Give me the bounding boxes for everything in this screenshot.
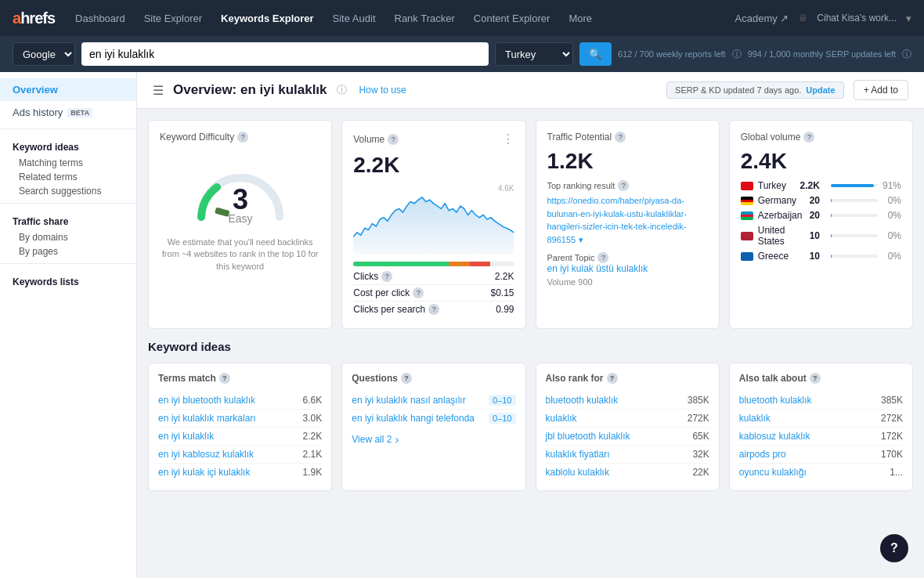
help-bubble[interactable]: ? bbox=[880, 534, 908, 562]
also-rank-link[interactable]: kablolu kulaklık bbox=[546, 467, 609, 478]
also-talk-about-col: Also talk about ? bluetooth kulaklık 385… bbox=[729, 363, 913, 491]
also-talk-link[interactable]: bluetooth kulaklık bbox=[739, 395, 812, 406]
vol-tip-icon: ? bbox=[388, 134, 399, 145]
also-talk-rows: bluetooth kulaklık 385K kulaklık 272K ka… bbox=[739, 392, 903, 481]
sidebar-item-ads-history-label: Ads history bbox=[13, 107, 63, 118]
country-pct: 0% bbox=[882, 195, 901, 206]
also-rank-link[interactable]: bluetooth kulaklık bbox=[546, 395, 619, 406]
also-rank-row: bluetooth kulaklık 385K bbox=[546, 392, 709, 410]
nav-content-explorer[interactable]: Content Explorer bbox=[466, 9, 558, 27]
add-to-button[interactable]: + Add to bbox=[854, 80, 908, 100]
country-select[interactable]: Turkey bbox=[495, 42, 573, 66]
volume-chart-svg bbox=[353, 184, 514, 255]
terms-match-header: Terms match ? bbox=[158, 373, 322, 384]
search-engine-select[interactable]: Google bbox=[13, 42, 75, 66]
nav-more[interactable]: More bbox=[561, 9, 600, 27]
parent-topic-link[interactable]: en iyi kulak üstü kulaklık bbox=[547, 263, 708, 274]
sidebar-item-ads-history[interactable]: Ads history BETA bbox=[0, 101, 136, 124]
metrics-grid: Keyword Difficulty ? 3 bbox=[137, 109, 924, 340]
kw-value: 6.6K bbox=[303, 395, 323, 406]
keyword-ideas-section: Keyword ideas Terms match ? en iyi bluet… bbox=[137, 340, 924, 502]
country-pct: 0% bbox=[882, 230, 901, 241]
also-rank-link[interactable]: jbl bluetooth kulaklık bbox=[546, 431, 630, 442]
expand-url-icon[interactable]: ▾ bbox=[579, 235, 583, 244]
also-talk-value: 170K bbox=[881, 449, 903, 460]
kw-link[interactable]: en iyi bluetooth kulaklık bbox=[158, 395, 255, 406]
kw-row: en iyi kulaklık markaları 3.0K bbox=[158, 410, 322, 428]
sidebar-item-related-terms[interactable]: Related terms bbox=[0, 170, 136, 184]
question-link[interactable]: en iyi kulaklık nasıl anlaşılır bbox=[352, 395, 465, 406]
country-flag bbox=[741, 182, 753, 190]
sidebar-divider-2 bbox=[0, 203, 136, 204]
kw-link[interactable]: en iyi kulak içi kulaklık bbox=[158, 467, 250, 478]
tp-tip-icon: ? bbox=[615, 132, 626, 143]
arf-tip: ? bbox=[607, 373, 618, 384]
serp-badge-text: SERP & KD updated 7 days ago. bbox=[675, 85, 801, 95]
nav-site-audit[interactable]: Site Audit bbox=[325, 9, 384, 27]
volume-progress-bar bbox=[353, 262, 514, 266]
range-badge: 0–10 bbox=[489, 395, 515, 406]
kw-link[interactable]: en iyi kablosuz kulaklık bbox=[158, 449, 254, 460]
update-button[interactable]: Update bbox=[806, 85, 835, 95]
nav-academy[interactable]: Academy ↗ bbox=[735, 13, 789, 24]
also-rank-row: kablolu kulaklık 22K bbox=[546, 464, 709, 481]
volume-more-icon[interactable]: ⋮ bbox=[502, 132, 514, 146]
how-to-use-link[interactable]: How to use bbox=[359, 85, 406, 96]
nav-keywords-explorer[interactable]: Keywords Explorer bbox=[213, 9, 322, 27]
sidebar-item-search-suggestions[interactable]: Search suggestions bbox=[0, 184, 136, 198]
nav-dashboard[interactable]: Dashboard bbox=[67, 9, 133, 27]
country-name: Turkey bbox=[758, 180, 796, 191]
country-bar-wrap bbox=[831, 214, 878, 217]
also-talk-link[interactable]: kablosuz kulaklık bbox=[739, 431, 810, 442]
ata-tip: ? bbox=[810, 373, 821, 384]
country-bar-wrap bbox=[831, 255, 878, 258]
also-rank-value: 385K bbox=[688, 395, 709, 406]
keyword-difficulty-card: Keyword Difficulty ? 3 bbox=[148, 120, 332, 329]
country-volume: 10 bbox=[810, 251, 820, 262]
cpc-value: $0.15 bbox=[490, 287, 514, 298]
cpc-row: Cost per click ? $0.15 bbox=[353, 284, 514, 301]
kw-value: 1.9K bbox=[303, 467, 323, 478]
also-rank-link[interactable]: kulaklık fiyatları bbox=[546, 449, 610, 460]
country-flag bbox=[741, 197, 753, 205]
view-all-arrow: › bbox=[395, 433, 399, 446]
top-ranking-url[interactable]: https://onedio.com/haber/piyasa-da-bulun… bbox=[547, 196, 688, 244]
nav-site-explorer[interactable]: Site Explorer bbox=[136, 9, 210, 27]
kw-link[interactable]: en iyi kulaklık bbox=[158, 431, 214, 442]
view-all-questions[interactable]: View all 2 › bbox=[352, 433, 515, 446]
also-talk-link[interactable]: kulaklık bbox=[739, 413, 771, 424]
also-talk-link[interactable]: oyuncu kulaklığı bbox=[739, 467, 807, 478]
gauge-svg: 3 Easy bbox=[186, 150, 295, 229]
nav-rank-tracker[interactable]: Rank Tracker bbox=[387, 9, 463, 27]
nav-user[interactable]: Cihat Kisa's work... bbox=[817, 13, 897, 23]
hamburger-icon[interactable]: ☰ bbox=[153, 83, 164, 98]
questions-col: Questions ? en iyi kulaklık nasıl anlaşı… bbox=[341, 363, 525, 491]
also-rank-for-col: Also rank for ? bluetooth kulaklık 385K … bbox=[536, 363, 720, 491]
sidebar-item-by-domains[interactable]: By domains bbox=[0, 230, 136, 244]
weekly-reports-stat: 612 / 700 weekly reports left bbox=[618, 49, 726, 59]
question-row: en iyi kulaklık hangi telefonda 0–10 bbox=[352, 410, 515, 427]
sidebar-item-overview[interactable]: Overview bbox=[0, 78, 136, 101]
sidebar-item-matching-terms[interactable]: Matching terms bbox=[0, 156, 136, 170]
kw-link[interactable]: en iyi kulaklık markaları bbox=[158, 413, 256, 424]
sidebar-divider-3 bbox=[0, 263, 136, 264]
country-row: Greece 10 0% bbox=[741, 251, 901, 262]
serp-badge: SERP & KD updated 7 days ago. Update bbox=[666, 81, 844, 99]
country-pct: 0% bbox=[882, 210, 901, 221]
top-ranking-label: Top ranking result ? bbox=[547, 180, 708, 191]
sidebar-item-by-pages[interactable]: By pages bbox=[0, 244, 136, 258]
logo[interactable]: ahrefs bbox=[13, 9, 55, 27]
chevron-down-icon[interactable]: ▾ bbox=[906, 13, 911, 24]
gv-tip-icon: ? bbox=[803, 132, 814, 143]
also-rank-link[interactable]: kulaklık bbox=[546, 413, 577, 424]
pt-tip: ? bbox=[597, 252, 608, 263]
sidebar-keywords-lists-header: Keywords lists bbox=[0, 269, 136, 291]
search-input[interactable] bbox=[81, 42, 489, 66]
top-navigation: ahrefs Dashboard Site Explorer Keywords … bbox=[0, 0, 924, 36]
clicks-value: 2.2K bbox=[495, 271, 514, 282]
question-link[interactable]: en iyi kulaklık hangi telefonda bbox=[352, 413, 475, 424]
also-talk-link[interactable]: airpods pro bbox=[739, 449, 786, 460]
country-volume: 20 bbox=[810, 210, 820, 221]
search-button[interactable]: 🔍 bbox=[579, 42, 612, 66]
country-pct: 0% bbox=[882, 251, 901, 262]
